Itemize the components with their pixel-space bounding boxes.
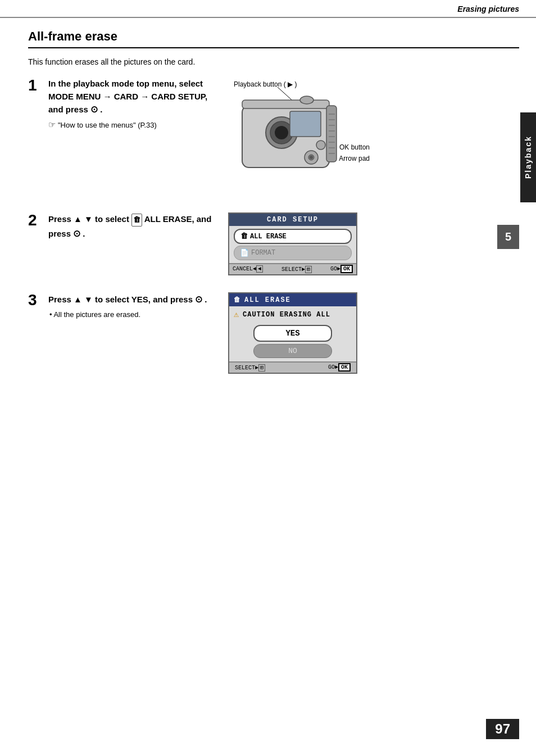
- step-3: 3 Press ▲ ▼ to select YES, and press ⊙ .…: [28, 292, 519, 374]
- main-content: All-frame erase This function erases all…: [0, 18, 536, 402]
- menu-item-all-erase: 🗑 ALL ERASE: [234, 229, 352, 244]
- step-3-bullet: • All the pictures are erased.: [49, 310, 217, 319]
- footer2-select: SELECT►⊞: [235, 364, 265, 371]
- top-bar: Erasing pictures: [0, 0, 536, 18]
- step-1-note: ☞ "How to use the menus" (P.33): [48, 120, 217, 130]
- step-2-instruction: Press ▲ ▼ to select 🗑 ALL ERASE, and pre…: [48, 212, 217, 241]
- caution-text: CAUTION ERASING ALL: [243, 311, 330, 319]
- menu-2-footer: SELECT►⊞ GO►OK: [229, 361, 356, 373]
- no-button: NO: [253, 344, 332, 358]
- svg-point-6: [275, 126, 288, 139]
- camera-illustration: Playback button ( ▶ ): [228, 78, 374, 196]
- menu-container-1: CARD SETUP 🗑 ALL ERASE 📄 FORMAT: [228, 212, 357, 275]
- page-number-area: 97: [486, 719, 519, 739]
- page-number-box: 97: [486, 719, 519, 739]
- step-1-instruction: In the playback mode top menu, select MO…: [48, 78, 217, 116]
- footer-go: GO►OK: [330, 266, 353, 273]
- all-erase-icon: 🗑: [240, 232, 248, 241]
- footer2-go: GO►OK: [328, 364, 351, 371]
- section-heading: All-frame erase: [28, 29, 519, 48]
- menu-2-trash-icon: 🗑: [234, 296, 242, 304]
- step-1: 1 In the playback mode top menu, select …: [28, 78, 519, 196]
- step-1-number: 1: [28, 78, 48, 196]
- chapter-tab: Playback: [520, 112, 536, 202]
- step-1-text-area: In the playback mode top menu, select MO…: [48, 78, 217, 130]
- step-3-content: Press ▲ ▼ to select YES, and press ⊙ . •…: [48, 292, 519, 374]
- step-3-instruction: Press ▲ ▼ to select YES, and press ⊙ .: [48, 292, 217, 307]
- intro-text: This function erases all the pictures on…: [28, 57, 519, 66]
- menu-container-2: 🗑 ALL ERASE ⚠ CAUTION ERASING ALL YES NO: [228, 292, 357, 374]
- footer-select: SELECT►⊞: [281, 266, 312, 273]
- warning-icon: ⚠: [234, 309, 239, 320]
- svg-point-9: [300, 96, 314, 104]
- step-3-number: 3: [28, 292, 48, 374]
- format-label: FORMAT: [251, 249, 275, 257]
- menu-item-format: 📄 FORMAT: [234, 246, 352, 260]
- step-2-text-area: Press ▲ ▼ to select 🗑 ALL ERASE, and pre…: [48, 212, 217, 241]
- menu-2-title: 🗑 ALL ERASE: [229, 293, 356, 306]
- step-2: 2 Press ▲ ▼ to select 🗑 ALL ERASE, and p…: [28, 212, 519, 275]
- step-2-number: 2: [28, 212, 48, 275]
- menu-1-footer: CANCEL◄◄ SELECT►⊞ GO►OK: [229, 263, 356, 274]
- page-header-title: Erasing pictures: [457, 4, 519, 13]
- caution-row: ⚠ CAUTION ERASING ALL: [229, 306, 356, 323]
- ok-button-label: OK button: [339, 143, 370, 151]
- format-icon: 📄: [240, 248, 249, 257]
- step-1-content: In the playback mode top menu, select MO…: [48, 78, 519, 196]
- arrow-pad-label: Arrow pad: [339, 155, 370, 162]
- card-setup-menu: CARD SETUP 🗑 ALL ERASE 📄 FORMAT: [228, 212, 363, 275]
- svg-rect-7: [290, 111, 321, 137]
- camera-svg: [239, 94, 340, 187]
- svg-point-10: [316, 141, 325, 150]
- footer-cancel: CANCEL◄◄: [233, 266, 263, 273]
- svg-point-13: [310, 156, 313, 159]
- all-erase-confirm-menu: 🗑 ALL ERASE ⚠ CAUTION ERASING ALL YES NO: [228, 292, 363, 374]
- note-icon: ☞: [48, 120, 56, 130]
- all-erase-label: ALL ERASE: [250, 233, 287, 241]
- chapter-number-box: 5: [497, 225, 519, 249]
- menu-1-title: CARD SETUP: [229, 214, 356, 226]
- menu-2-title-text: ALL ERASE: [244, 296, 291, 304]
- yes-button: YES: [253, 325, 332, 342]
- step-3-text-area: Press ▲ ▼ to select YES, and press ⊙ . •…: [48, 292, 217, 319]
- trash-icon: 🗑: [131, 214, 142, 227]
- svg-rect-8: [242, 100, 329, 108]
- step-2-content: Press ▲ ▼ to select 🗑 ALL ERASE, and pre…: [48, 212, 519, 275]
